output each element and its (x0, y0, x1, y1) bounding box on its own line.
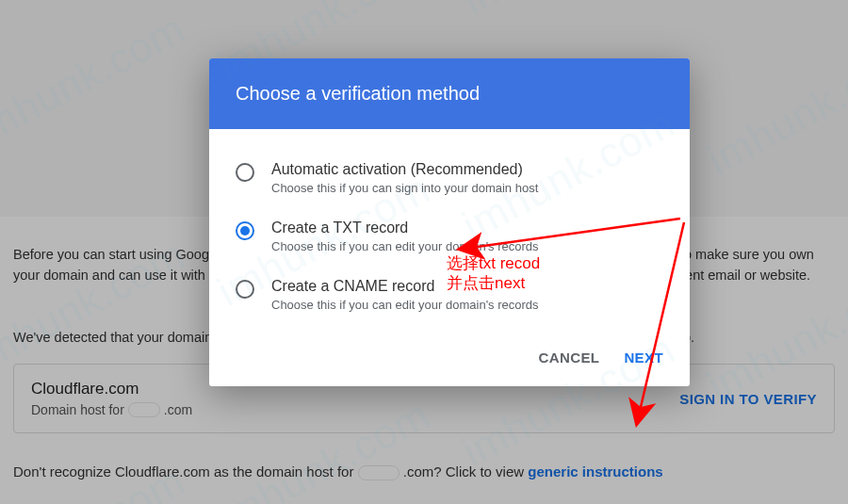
option-create-txt-record[interactable]: Create a TXT record Choose this if you c… (236, 214, 663, 272)
modal-body: Automatic activation (Recommended) Choos… (209, 129, 690, 340)
option-create-cname-record[interactable]: Create a CNAME record Choose this if you… (236, 272, 663, 331)
radio-icon (236, 280, 254, 299)
modal-actions: CANCEL NEXT (209, 340, 690, 386)
option-sub: Choose this if you can edit your domain'… (271, 239, 539, 253)
option-title: Create a CNAME record (271, 278, 539, 295)
cancel-button[interactable]: CANCEL (538, 350, 599, 366)
option-automatic-activation[interactable]: Automatic activation (Recommended) Choos… (236, 155, 663, 214)
verification-modal: Choose a verification method Automatic a… (209, 58, 690, 386)
option-title: Automatic activation (Recommended) (271, 161, 538, 178)
option-sub: Choose this if you can edit your domain'… (271, 298, 539, 312)
option-sub: Choose this if you can sign into your do… (271, 181, 538, 195)
radio-icon (236, 221, 254, 240)
option-title: Create a TXT record (271, 219, 539, 236)
radio-icon (236, 163, 254, 182)
modal-title: Choose a verification method (209, 58, 690, 129)
next-button[interactable]: NEXT (624, 350, 663, 366)
